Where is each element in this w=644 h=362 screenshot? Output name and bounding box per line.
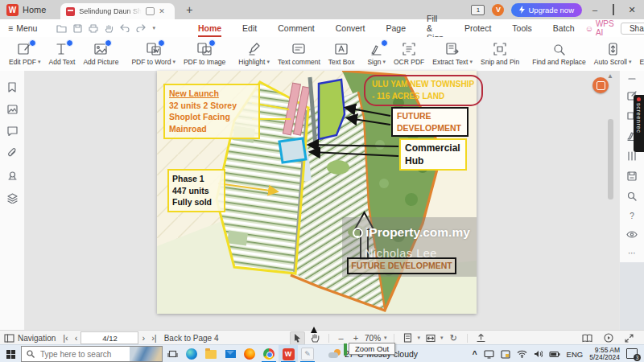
window-count-badge[interactable]: 1 [471, 5, 485, 15]
taskbar-clock[interactable]: 9:55 AM 5/24/2024 [589, 347, 620, 361]
tab-comment[interactable]: Comment [267, 19, 325, 37]
close-button[interactable]: ✕ [626, 5, 638, 15]
comment-panel-icon[interactable] [7, 126, 18, 136]
attachment-icon[interactable] [7, 148, 17, 158]
scroll-up-arrow-icon[interactable]: ▲ [607, 72, 613, 80]
open-folder-icon[interactable] [56, 24, 67, 33]
show-hidden-icons[interactable]: ^ [473, 350, 477, 359]
menu-button[interactable]: ≡ Menu [0, 23, 45, 33]
fit-page-button[interactable] [401, 332, 415, 344]
taskbar-app-firefox[interactable] [240, 345, 259, 362]
fit-width-caret-icon[interactable]: ▾ [440, 335, 444, 341]
quick-tools-caret-icon[interactable]: ▾ [152, 25, 155, 31]
wifi-icon[interactable] [517, 350, 527, 358]
tab-home[interactable]: Home [188, 19, 232, 37]
read-mode-button[interactable] [601, 332, 615, 344]
fit-page-caret-icon[interactable]: ▾ [418, 335, 421, 341]
screenrec-tab[interactable]: screenrec [634, 95, 644, 152]
tab-batch[interactable]: Batch [543, 19, 585, 37]
tab-close-icon[interactable]: ✕ [159, 7, 165, 15]
floating-badge[interactable] [592, 77, 609, 93]
text-comment-button[interactable]: Text comment [274, 37, 324, 71]
hand-tool-button[interactable] [308, 332, 322, 344]
eye-protection-panel-icon[interactable] [626, 231, 638, 238]
hand-tool-icon[interactable] [105, 24, 114, 33]
new-tab-button[interactable]: + [186, 3, 192, 16]
home-tab[interactable]: Home [23, 5, 46, 14]
taskbar-app-edge[interactable] [182, 345, 201, 362]
document-tab[interactable]: Selindung Daun Shop Lot She ✕ [60, 3, 175, 19]
taskbar-app-chrome[interactable] [259, 345, 279, 362]
zoom-caret-icon[interactable]: ▾ [384, 335, 387, 341]
pdf-to-word-button[interactable]: PDF to Word▾ [127, 37, 179, 71]
zoom-in-button[interactable]: + [350, 333, 361, 343]
maximize-button[interactable] [608, 5, 619, 14]
layers-icon[interactable] [7, 193, 18, 204]
taskbar-app-pen[interactable]: ✎ [298, 345, 317, 362]
navigation-toggle[interactable]: Navigation [0, 334, 60, 343]
zoom-level-value[interactable]: 70% [365, 334, 381, 343]
your-phone-icon[interactable] [484, 350, 494, 359]
pdf-page[interactable]: iProperty.com.my Nicholas Lee New Launch… [157, 71, 477, 314]
upload-button[interactable] [474, 332, 488, 344]
next-page-button[interactable]: › [138, 333, 148, 343]
scrollbar-thumb[interactable] [608, 119, 613, 200]
fit-width-button[interactable] [423, 332, 437, 344]
account-avatar[interactable]: V [492, 4, 504, 16]
taskbar-app-mail[interactable] [221, 345, 240, 362]
save-icon[interactable] [73, 24, 82, 33]
ocr-pdf-button[interactable]: OCR PDF [390, 37, 428, 71]
find-and-replace-button[interactable]: Find and Replace [528, 37, 590, 71]
wps-ai-button[interactable]: ☺ WPS AI [585, 19, 614, 37]
more-options-icon[interactable]: ⋯ [628, 249, 636, 257]
extract-text-button[interactable]: Extract Text▾ [428, 37, 477, 71]
eye-protection-mode-button[interactable]: Eye Protection Mode▾ [635, 37, 644, 71]
search-icon[interactable] [627, 191, 637, 201]
auto-scroll-button[interactable]: Auto Scroll▾ [590, 37, 636, 71]
upgrade-now-button[interactable]: Upgrade now [511, 3, 582, 17]
search-input[interactable] [39, 349, 119, 360]
two-page-view-button[interactable] [580, 332, 594, 344]
taskbar-app-explorer[interactable] [201, 345, 221, 362]
pdf-to-image-button[interactable]: PDF to Image [180, 37, 229, 71]
edit-pdf-button[interactable]: Edit PDF▾ [5, 37, 45, 71]
help-icon[interactable]: ? [630, 212, 634, 220]
highlight-button[interactable]: Highlight▾ [234, 37, 274, 71]
action-center-button[interactable]: 3 [626, 348, 639, 360]
tab-comment-icon[interactable] [146, 7, 155, 15]
start-button[interactable] [0, 345, 21, 362]
undo-icon[interactable] [120, 24, 130, 32]
language-indicator[interactable]: ENG [567, 350, 584, 359]
thumbnail-icon[interactable] [7, 105, 18, 114]
sign-button[interactable]: Sign▾ [363, 37, 390, 71]
minimize-button[interactable]: – [589, 5, 601, 14]
first-page-button[interactable]: |‹ [60, 333, 72, 343]
security-icon[interactable] [501, 350, 510, 359]
vertical-scrollbar[interactable]: ▲ [607, 71, 614, 330]
task-view-button[interactable] [163, 345, 182, 362]
add-text-button[interactable]: Add Text [45, 37, 80, 71]
text-box-button[interactable]: Text Box [324, 37, 359, 71]
stamp-icon[interactable] [7, 171, 18, 181]
share-button[interactable]: Share [621, 23, 644, 35]
last-page-button[interactable]: ›| [148, 333, 160, 343]
add-picture-button[interactable]: Add Picture [79, 37, 122, 71]
save-as-icon[interactable] [627, 171, 637, 181]
wps-logo-icon[interactable]: W [6, 4, 19, 16]
tab-fill-sign[interactable]: Fill & Sign [416, 19, 454, 37]
fullscreen-button[interactable] [622, 332, 636, 344]
tab-page[interactable]: Page [375, 19, 416, 37]
tab-protect[interactable]: Protect [454, 19, 502, 37]
taskbar-search[interactable] [21, 346, 163, 362]
tab-convert[interactable]: Convert [325, 19, 376, 37]
bookmark-icon[interactable] [7, 82, 17, 93]
page-indicator-input[interactable] [80, 331, 138, 344]
select-tool-button[interactable] [290, 331, 305, 345]
battery-icon[interactable] [549, 351, 560, 358]
previous-page-button[interactable]: ‹ [72, 333, 81, 343]
tab-tools[interactable]: Tools [502, 19, 543, 37]
volume-icon[interactable] [534, 350, 543, 358]
back-to-page-button[interactable]: Back to Page 4 [160, 334, 223, 343]
tab-edit[interactable]: Edit [232, 19, 267, 37]
rotate-button[interactable]: ↻ [447, 333, 460, 343]
